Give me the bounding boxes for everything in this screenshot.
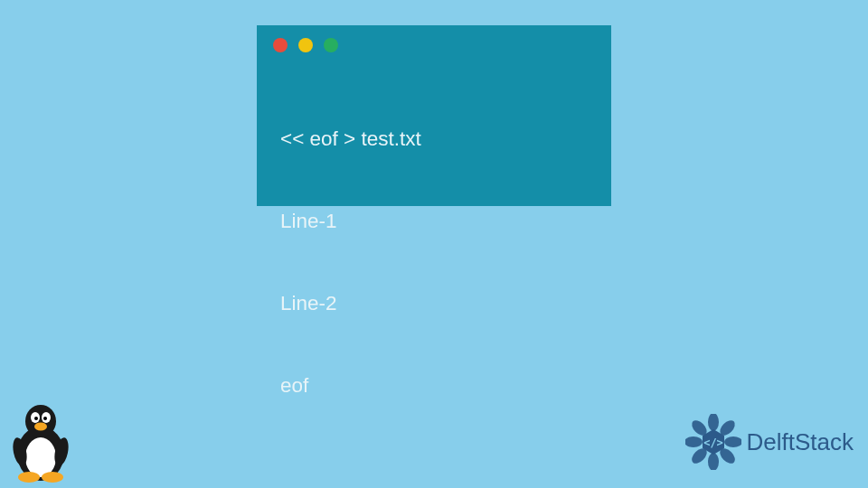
- tux-penguin-icon: [5, 401, 76, 483]
- svg-point-5: [34, 417, 38, 420]
- delftstack-logo-icon: </>: [685, 414, 741, 470]
- svg-point-18: [685, 436, 703, 447]
- code-line: eof: [280, 372, 595, 399]
- svg-point-14: [724, 436, 741, 447]
- svg-point-6: [43, 417, 47, 420]
- code-line: << eof > test.txt: [280, 126, 595, 153]
- svg-point-16: [708, 453, 719, 470]
- svg-point-12: [708, 414, 719, 431]
- brand: </> DelftStack: [685, 414, 854, 470]
- svg-text:</>: </>: [703, 436, 723, 449]
- svg-point-1: [25, 437, 56, 477]
- minimize-icon[interactable]: [298, 38, 313, 52]
- svg-point-8: [18, 472, 40, 483]
- code-line: Line-1: [280, 208, 595, 235]
- code-block: << eof > test.txt Line-1 Line-2 eof: [273, 70, 595, 455]
- brand-name: DelftStack: [747, 428, 854, 456]
- code-line: Line-2: [280, 290, 595, 317]
- window-controls: [273, 38, 595, 52]
- svg-point-2: [25, 405, 56, 437]
- terminal-window: << eof > test.txt Line-1 Line-2 eof: [257, 25, 611, 206]
- svg-point-9: [42, 472, 63, 483]
- maximize-icon[interactable]: [324, 38, 338, 52]
- svg-point-7: [34, 423, 47, 431]
- close-icon[interactable]: [273, 38, 288, 52]
